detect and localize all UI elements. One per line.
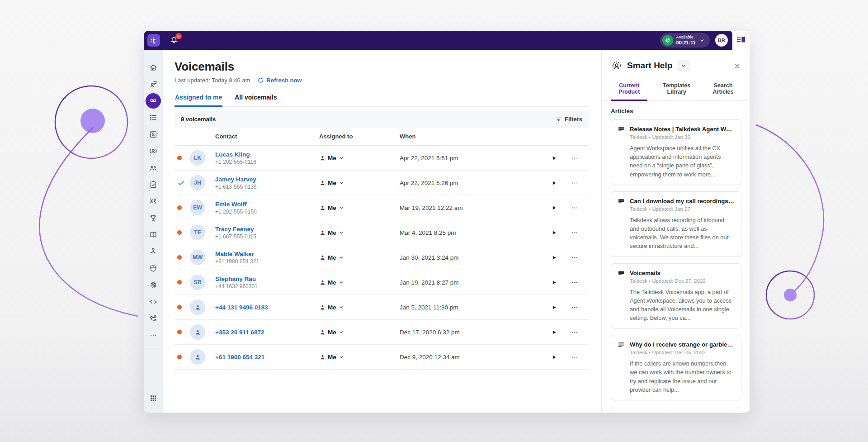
clipboard-check-icon (149, 180, 158, 189)
smart-help-tab-current-product[interactable]: Current Product (611, 82, 647, 101)
play-voicemail-button[interactable] (547, 300, 561, 314)
assigned-to-dropdown[interactable]: Me (319, 204, 344, 211)
filter-icon (555, 116, 562, 123)
article-icon (618, 341, 625, 394)
more-actions-button[interactable] (568, 176, 581, 190)
more-actions-button[interactable] (568, 151, 581, 165)
article-card[interactable]: Voicemails Taldesk • Updated: Dec 27, 20… (611, 263, 741, 329)
more-actions-button[interactable] (568, 201, 581, 214)
article-card[interactable]: Why do I receive strange or garbled voic… (611, 335, 741, 400)
apps-launcher-button[interactable] (146, 390, 161, 406)
contact-name-link[interactable]: Jamey Harvey (215, 176, 319, 183)
assigned-to-value: Me (328, 180, 336, 186)
notifications-bell-button[interactable]: 5 (168, 34, 180, 46)
contact-phone-link[interactable]: +61 1900 654 321 (215, 354, 319, 361)
play-voicemail-button[interactable] (547, 201, 561, 214)
play-voicemail-button[interactable] (547, 151, 561, 165)
presence-status-button[interactable]: Available 00:21:11 (660, 33, 710, 48)
sidebar-item-team[interactable] (146, 160, 161, 176)
talkdesk-logo[interactable] (147, 34, 160, 47)
contact-name-link[interactable]: Emie Wolff (215, 201, 319, 208)
article-meta: Taldesk • Updated: Jan 30 (630, 134, 735, 140)
count-bar: 9 voicemails Filters (175, 111, 589, 128)
voicemail-date: Apr 22, 2021 5:51 pm (400, 155, 547, 162)
more-actions-button[interactable] (568, 226, 581, 239)
sidebar-item-code[interactable] (146, 294, 161, 309)
smart-help-dropdown-button[interactable] (677, 60, 690, 71)
sidebar-item-more[interactable] (146, 328, 161, 343)
assigned-to-dropdown[interactable]: Me (319, 254, 344, 261)
sidebar-item-org-people[interactable] (146, 194, 161, 209)
sidebar-item-trophy[interactable] (146, 210, 161, 226)
filters-button[interactable]: Filters (555, 116, 582, 123)
voicemail-row[interactable]: LK Lucas Kling +1 202-555-0116 Me Apr 22… (175, 146, 589, 171)
play-voicemail-button[interactable] (547, 276, 561, 289)
contact-phone-link[interactable]: +44 131 9496 0183 (215, 304, 319, 311)
more-actions-button[interactable] (568, 276, 581, 289)
voicemail-row[interactable]: EW Emie Wolff +1 202-555-0150 Me Mar 19,… (175, 195, 589, 220)
voicemail-row[interactable]: SR Stephany Rau +44 1632 960301 Me Jan 1… (175, 270, 589, 295)
voicemail-date: Jan 5, 2021 11:30 pm (400, 304, 547, 311)
assigned-to-dropdown[interactable]: Me (319, 229, 344, 236)
person-icon (194, 353, 202, 361)
refresh-now-button[interactable]: Refresh now (257, 77, 302, 84)
play-voicemail-button[interactable] (547, 350, 561, 364)
play-voicemail-button[interactable] (547, 251, 561, 264)
assigned-to-dropdown[interactable]: Me (319, 180, 344, 186)
sidebar-item-home[interactable] (146, 60, 161, 75)
voicemail-row[interactable]: +353 20 911 6872 Me Dec 17, 2020 6:32 pm (175, 320, 589, 345)
sidebar-item-customer[interactable] (146, 143, 161, 159)
contact-name-link[interactable]: Stephany Rau (215, 276, 319, 282)
user-avatar[interactable]: BR (715, 34, 728, 47)
sidebar-item-fingerprint[interactable] (146, 277, 161, 293)
smart-help-tab-search-articles[interactable]: Search Articles (706, 82, 741, 101)
conversation-panel-toggle-button[interactable] (735, 35, 747, 46)
tab-assigned-to-me[interactable]: Assigned to me (175, 94, 222, 107)
more-actions-button[interactable] (568, 251, 581, 264)
articles-list: Release Notes | Talkdesk Agent Workspa..… (602, 119, 750, 413)
assigned-to-dropdown[interactable]: Me (319, 304, 344, 311)
play-voicemail-button[interactable] (547, 176, 561, 190)
article-card[interactable]: Email Notifications for Voicemails Talde… (611, 407, 741, 413)
assigned-to-dropdown[interactable]: Me (319, 354, 344, 361)
voicemail-row[interactable]: MW Mable Walker +61 1900 654 321 Me Jan … (175, 245, 589, 270)
sidebar-item-integrations[interactable] (146, 311, 161, 326)
close-icon (734, 62, 741, 70)
voicemail-row[interactable]: +44 131 9496 0183 Me Jan 5, 2021 11:30 p… (175, 295, 589, 320)
sidebar-item-activity-list[interactable] (146, 110, 161, 125)
sidebar-item-voicemail[interactable] (146, 93, 161, 109)
sidebar-item-flow-split[interactable] (146, 244, 161, 259)
voicemail-row[interactable]: +61 1900 654 321 Me Dec 9, 2020 12:34 am (175, 345, 589, 370)
sidebar-item-agent-chat[interactable] (146, 76, 161, 92)
close-panel-button[interactable] (732, 61, 743, 71)
contact-name-link[interactable]: Lucas Kling (215, 151, 319, 158)
more-actions-button[interactable] (568, 325, 581, 339)
assigned-to-dropdown[interactable]: Me (319, 155, 344, 162)
play-voicemail-button[interactable] (547, 226, 561, 239)
contact-name-link[interactable]: Mable Walker (215, 251, 319, 257)
agent-chat-icon (149, 80, 158, 89)
more-actions-button[interactable] (568, 350, 581, 364)
tab-all-voicemails[interactable]: All voicemails (234, 94, 277, 107)
assigned-to-value: Me (328, 204, 336, 211)
smart-help-tabs: Current ProductTemplates LibrarySearch A… (602, 82, 750, 101)
article-card[interactable]: Release Notes | Talkdesk Agent Workspa..… (611, 119, 741, 185)
play-voicemail-button[interactable] (547, 325, 561, 339)
sidebar-item-knowledge-book[interactable] (146, 227, 161, 242)
voicemail-row[interactable]: TF Tracy Feeney +1 667-555-0115 Me Mar 4… (175, 220, 589, 245)
voicemail-row[interactable]: JH Jamey Harvey +1 613-555-0135 Me Apr 2… (175, 171, 589, 195)
talkdesk-logo-glyph (150, 37, 157, 44)
sidebar-item-clipboard-check[interactable] (146, 177, 161, 192)
contact-phone-link[interactable]: +353 20 911 6872 (215, 329, 319, 336)
article-card[interactable]: Can I download my call recordings and vo… (611, 191, 741, 257)
sidebar-item-contact-card[interactable] (146, 127, 161, 142)
assigned-to-dropdown[interactable]: Me (319, 329, 344, 336)
sidebar-item-shield[interactable] (146, 261, 161, 276)
more-icon (571, 304, 579, 311)
contact-name-link[interactable]: Tracy Feeney (215, 226, 319, 233)
more-actions-button[interactable] (568, 300, 581, 314)
assigned-to-dropdown[interactable]: Me (319, 279, 344, 286)
voicemail-date: Mar 19, 2021 12:22 am (400, 204, 547, 211)
smart-help-tab-templates-library[interactable]: Templates Library (656, 82, 697, 101)
filters-label: Filters (565, 116, 582, 123)
